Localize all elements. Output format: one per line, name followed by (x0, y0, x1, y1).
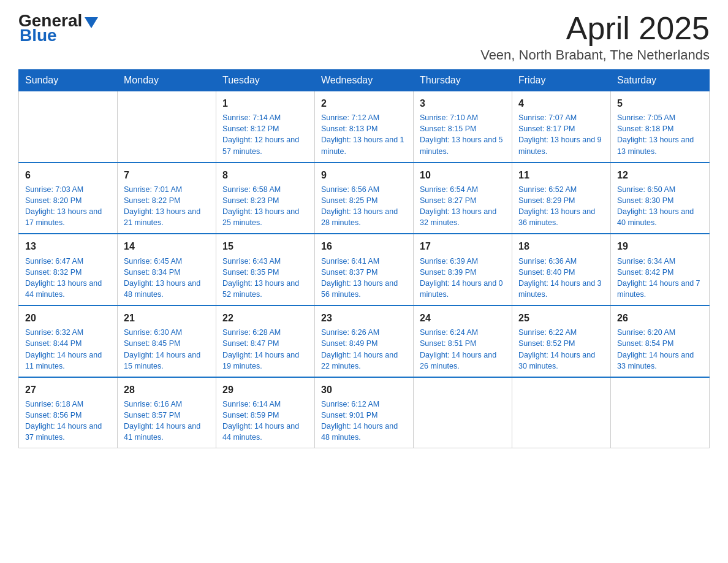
calendar-header-saturday: Saturday (611, 70, 710, 91)
day-number: 6 (25, 168, 111, 182)
calendar-cell (19, 91, 118, 163)
day-number: 7 (124, 168, 210, 182)
calendar-cell: 22Sunrise: 6:28 AMSunset: 8:47 PMDayligh… (216, 305, 315, 377)
day-number: 14 (124, 239, 210, 253)
calendar-cell: 24Sunrise: 6:24 AMSunset: 8:51 PMDayligh… (414, 305, 512, 377)
day-number: 22 (222, 311, 308, 325)
sun-info: Sunrise: 6:22 AMSunset: 8:52 PMDaylight:… (518, 327, 604, 372)
day-number: 28 (124, 383, 210, 397)
day-number: 10 (420, 168, 506, 182)
sun-info: Sunrise: 7:10 AMSunset: 8:15 PMDaylight:… (420, 112, 506, 157)
sun-info: Sunrise: 7:01 AMSunset: 8:22 PMDaylight:… (124, 184, 210, 229)
calendar-cell: 19Sunrise: 6:34 AMSunset: 8:42 PMDayligh… (611, 234, 710, 305)
title-section: April 2025 Veen, North Brabant, The Neth… (480, 12, 710, 63)
day-number: 23 (321, 311, 407, 325)
day-number: 20 (25, 311, 111, 325)
calendar-cell: 4Sunrise: 7:07 AMSunset: 8:17 PMDaylight… (512, 91, 611, 163)
sun-info: Sunrise: 6:18 AMSunset: 8:56 PMDaylight:… (25, 399, 111, 443)
sun-info: Sunrise: 7:03 AMSunset: 8:20 PMDaylight:… (25, 184, 111, 229)
calendar-cell: 14Sunrise: 6:45 AMSunset: 8:34 PMDayligh… (118, 234, 216, 305)
sun-info: Sunrise: 6:16 AMSunset: 8:57 PMDaylight:… (124, 399, 210, 443)
sun-info: Sunrise: 6:36 AMSunset: 8:40 PMDaylight:… (518, 256, 604, 301)
day-number: 26 (617, 311, 703, 325)
day-number: 19 (617, 239, 703, 253)
calendar-cell: 1Sunrise: 7:14 AMSunset: 8:12 PMDaylight… (216, 91, 315, 163)
calendar-cell: 25Sunrise: 6:22 AMSunset: 8:52 PMDayligh… (512, 305, 611, 377)
day-number: 24 (420, 311, 506, 325)
sun-info: Sunrise: 6:26 AMSunset: 8:49 PMDaylight:… (321, 327, 407, 372)
calendar-cell: 16Sunrise: 6:41 AMSunset: 8:37 PMDayligh… (315, 234, 414, 305)
calendar-cell: 26Sunrise: 6:20 AMSunset: 8:54 PMDayligh… (611, 305, 710, 377)
sun-info: Sunrise: 6:24 AMSunset: 8:51 PMDaylight:… (420, 327, 506, 372)
calendar-cell: 5Sunrise: 7:05 AMSunset: 8:18 PMDaylight… (611, 91, 710, 163)
calendar-week-row: 13Sunrise: 6:47 AMSunset: 8:32 PMDayligh… (19, 234, 710, 305)
sun-info: Sunrise: 6:54 AMSunset: 8:27 PMDaylight:… (420, 184, 506, 229)
calendar-cell (512, 377, 611, 448)
day-number: 18 (518, 239, 604, 253)
day-number: 8 (222, 168, 308, 182)
sun-info: Sunrise: 6:30 AMSunset: 8:45 PMDaylight:… (124, 327, 210, 372)
calendar-cell: 20Sunrise: 6:32 AMSunset: 8:44 PMDayligh… (19, 305, 118, 377)
sun-info: Sunrise: 6:14 AMSunset: 8:59 PMDaylight:… (222, 399, 308, 443)
day-number: 4 (518, 96, 604, 110)
sun-info: Sunrise: 6:28 AMSunset: 8:47 PMDaylight:… (222, 327, 308, 372)
sun-info: Sunrise: 6:56 AMSunset: 8:25 PMDaylight:… (321, 184, 407, 229)
logo-triangle-icon (85, 17, 98, 28)
sun-info: Sunrise: 7:14 AMSunset: 8:12 PMDaylight:… (222, 112, 308, 157)
calendar-week-row: 6Sunrise: 7:03 AMSunset: 8:20 PMDaylight… (19, 163, 710, 234)
calendar-cell: 2Sunrise: 7:12 AMSunset: 8:13 PMDaylight… (315, 91, 414, 163)
sun-info: Sunrise: 7:05 AMSunset: 8:18 PMDaylight:… (617, 112, 703, 157)
day-number: 21 (124, 311, 210, 325)
calendar-table: SundayMondayTuesdayWednesdayThursdayFrid… (18, 69, 710, 448)
calendar-cell: 13Sunrise: 6:47 AMSunset: 8:32 PMDayligh… (19, 234, 118, 305)
calendar-header-sunday: Sunday (19, 70, 118, 91)
sun-info: Sunrise: 6:39 AMSunset: 8:39 PMDaylight:… (420, 256, 506, 301)
calendar-cell: 3Sunrise: 7:10 AMSunset: 8:15 PMDaylight… (414, 91, 512, 163)
calendar-header-thursday: Thursday (414, 70, 512, 91)
calendar-week-row: 1Sunrise: 7:14 AMSunset: 8:12 PMDaylight… (19, 91, 710, 163)
day-number: 27 (25, 383, 111, 397)
month-title: April 2025 (480, 12, 710, 44)
calendar-header-friday: Friday (512, 70, 611, 91)
page-header: General Blue April 2025 Veen, North Brab… (18, 12, 710, 63)
day-number: 1 (222, 96, 308, 110)
calendar-cell: 10Sunrise: 6:54 AMSunset: 8:27 PMDayligh… (414, 163, 512, 234)
calendar-cell: 23Sunrise: 6:26 AMSunset: 8:49 PMDayligh… (315, 305, 414, 377)
calendar-cell (118, 91, 216, 163)
calendar-cell: 7Sunrise: 7:01 AMSunset: 8:22 PMDaylight… (118, 163, 216, 234)
calendar-cell: 15Sunrise: 6:43 AMSunset: 8:35 PMDayligh… (216, 234, 315, 305)
logo-blue: Blue (20, 27, 57, 44)
calendar-header-row: SundayMondayTuesdayWednesdayThursdayFrid… (19, 70, 710, 91)
calendar-cell: 29Sunrise: 6:14 AMSunset: 8:59 PMDayligh… (216, 377, 315, 448)
calendar-cell: 11Sunrise: 6:52 AMSunset: 8:29 PMDayligh… (512, 163, 611, 234)
day-number: 12 (617, 168, 703, 182)
calendar-cell: 8Sunrise: 6:58 AMSunset: 8:23 PMDaylight… (216, 163, 315, 234)
day-number: 17 (420, 239, 506, 253)
sun-info: Sunrise: 6:52 AMSunset: 8:29 PMDaylight:… (518, 184, 604, 229)
svg-marker-0 (85, 17, 98, 28)
calendar-cell: 18Sunrise: 6:36 AMSunset: 8:40 PMDayligh… (512, 234, 611, 305)
sun-info: Sunrise: 6:12 AMSunset: 9:01 PMDaylight:… (321, 399, 407, 443)
sun-info: Sunrise: 6:45 AMSunset: 8:34 PMDaylight:… (124, 256, 210, 301)
day-number: 16 (321, 239, 407, 253)
logo: General Blue (18, 12, 98, 44)
sun-info: Sunrise: 6:47 AMSunset: 8:32 PMDaylight:… (25, 256, 111, 301)
day-number: 13 (25, 239, 111, 253)
sun-info: Sunrise: 6:41 AMSunset: 8:37 PMDaylight:… (321, 256, 407, 301)
calendar-week-row: 27Sunrise: 6:18 AMSunset: 8:56 PMDayligh… (19, 377, 710, 448)
calendar-week-row: 20Sunrise: 6:32 AMSunset: 8:44 PMDayligh… (19, 305, 710, 377)
calendar-header-monday: Monday (118, 70, 216, 91)
sun-info: Sunrise: 7:12 AMSunset: 8:13 PMDaylight:… (321, 112, 407, 157)
day-number: 5 (617, 96, 703, 110)
day-number: 9 (321, 168, 407, 182)
calendar-header-wednesday: Wednesday (315, 70, 414, 91)
sun-info: Sunrise: 6:32 AMSunset: 8:44 PMDaylight:… (25, 327, 111, 372)
day-number: 29 (222, 383, 308, 397)
calendar-cell: 27Sunrise: 6:18 AMSunset: 8:56 PMDayligh… (19, 377, 118, 448)
sun-info: Sunrise: 6:50 AMSunset: 8:30 PMDaylight:… (617, 184, 703, 229)
calendar-cell: 17Sunrise: 6:39 AMSunset: 8:39 PMDayligh… (414, 234, 512, 305)
calendar-cell: 12Sunrise: 6:50 AMSunset: 8:30 PMDayligh… (611, 163, 710, 234)
sun-info: Sunrise: 6:43 AMSunset: 8:35 PMDaylight:… (222, 256, 308, 301)
day-number: 15 (222, 239, 308, 253)
calendar-header-tuesday: Tuesday (216, 70, 315, 91)
